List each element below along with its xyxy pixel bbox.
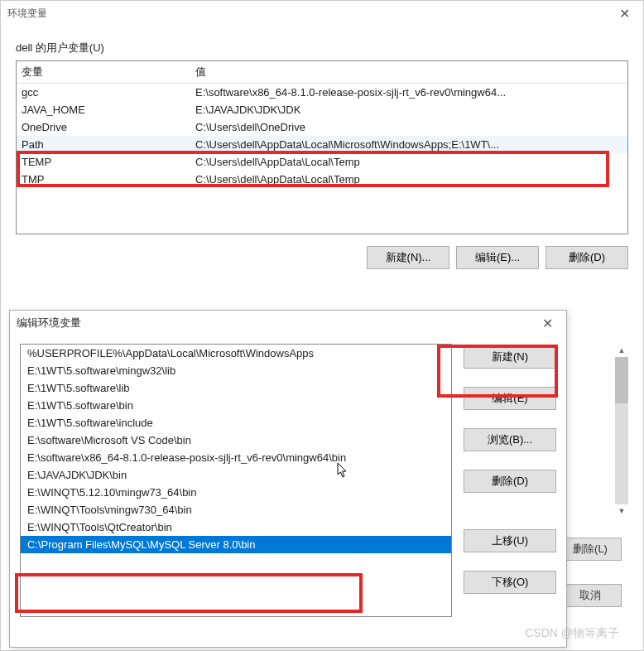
list-item[interactable]: E:\1WT\5.software\bin: [21, 397, 451, 414]
edit-moveup-button[interactable]: 上移(U): [464, 529, 556, 552]
list-headers: 变量 值: [17, 61, 627, 84]
table-row[interactable]: JAVA_HOME E:\JAVAJDK\JDK\JDK: [17, 101, 627, 118]
scrollbar-thumb[interactable]: [615, 357, 628, 403]
user-variables-label: dell 的用户变量(U): [16, 41, 628, 55]
table-row-path[interactable]: Path C:\Users\dell\AppData\Local\Microso…: [17, 136, 627, 153]
edit-movedown-button[interactable]: 下移(O): [464, 571, 556, 594]
user-vars-buttons: 新建(N)... 编辑(E)... 删除(D): [16, 246, 628, 269]
titlebar: 环境变量 ✕: [1, 1, 643, 26]
scroll-down-icon[interactable]: ▼: [615, 504, 628, 518]
edit-path-dialog: 编辑环境变量 ✕ %USERPROFILE%\AppData\Local\Mic…: [9, 310, 567, 648]
list-item[interactable]: %USERPROFILE%\AppData\Local\Microsoft\Wi…: [21, 345, 451, 362]
edit-titlebar: 编辑环境变量 ✕: [10, 311, 566, 335]
edit-new-button[interactable]: 新建(N): [464, 345, 556, 369]
scroll-up-icon[interactable]: ▲: [615, 344, 628, 357]
list-item[interactable]: E:\software\Microsoft VS Code\bin: [21, 432, 451, 449]
close-icon[interactable]: ✕: [535, 316, 560, 331]
header-value[interactable]: 值: [195, 65, 622, 80]
list-item[interactable]: E:\1WT\5.software\include: [21, 414, 451, 432]
edit-side-buttons: 新建(N) 编辑(E) 浏览(B)... 删除(D) 上移(U) 下移(O): [464, 344, 556, 639]
list-item[interactable]: E:\1WT\5.software\mingw32\lib: [21, 362, 451, 379]
dialog-title: 环境变量: [7, 7, 612, 21]
table-row[interactable]: TEMP C:\Users\dell\AppData\Local\Temp: [17, 153, 627, 171]
table-row[interactable]: OneDrive C:\Users\dell\OneDrive: [17, 118, 627, 136]
sys-delete-button[interactable]: 删除(L): [559, 538, 622, 561]
system-vars-scrollbar[interactable]: ▲ ▼: [615, 357, 628, 504]
list-item[interactable]: E:\JAVAJDK\JDK\bin: [21, 466, 451, 484]
path-entries-list[interactable]: %USERPROFILE%\AppData\Local\Microsoft\Wi…: [20, 344, 452, 617]
edit-delete-button[interactable]: 删除(D): [464, 470, 556, 493]
cancel-button[interactable]: 取消: [559, 584, 622, 607]
edit-edit-button[interactable]: 编辑(E): [464, 387, 556, 410]
table-row[interactable]: gcc E:\software\x86_64-8.1.0-release-pos…: [17, 84, 627, 101]
new-button[interactable]: 新建(N)...: [367, 246, 449, 269]
close-icon[interactable]: ✕: [612, 6, 637, 22]
list-item[interactable]: E:\1WT\5.software\lib: [21, 379, 451, 397]
list-item[interactable]: E:\WINQT\5.12.10\mingw73_64\bin: [21, 484, 451, 501]
edit-dialog-title: 编辑环境变量: [17, 316, 535, 330]
list-item[interactable]: E:\WINQT\Tools\QtCreator\bin: [21, 518, 451, 536]
header-variable[interactable]: 变量: [22, 65, 195, 80]
edit-button[interactable]: 编辑(E)...: [456, 246, 539, 269]
list-item[interactable]: E:\WINQT\Tools\mingw730_64\bin: [21, 501, 451, 518]
edit-browse-button[interactable]: 浏览(B)...: [464, 428, 556, 451]
user-variables-group: dell 的用户变量(U) 变量 值 gcc E:\software\x86_6…: [16, 41, 628, 234]
user-variables-list[interactable]: 变量 值 gcc E:\software\x86_64-8.1.0-releas…: [16, 60, 628, 234]
list-item-mysql[interactable]: C:\Program Files\MySQL\MySQL Server 8.0\…: [21, 536, 451, 553]
table-row[interactable]: TMP C:\Users\dell\AppData\Local\Temp: [17, 171, 627, 188]
list-item[interactable]: E:\software\x86_64-8.1.0-release-posix-s…: [21, 449, 451, 466]
delete-button[interactable]: 删除(D): [545, 246, 628, 269]
